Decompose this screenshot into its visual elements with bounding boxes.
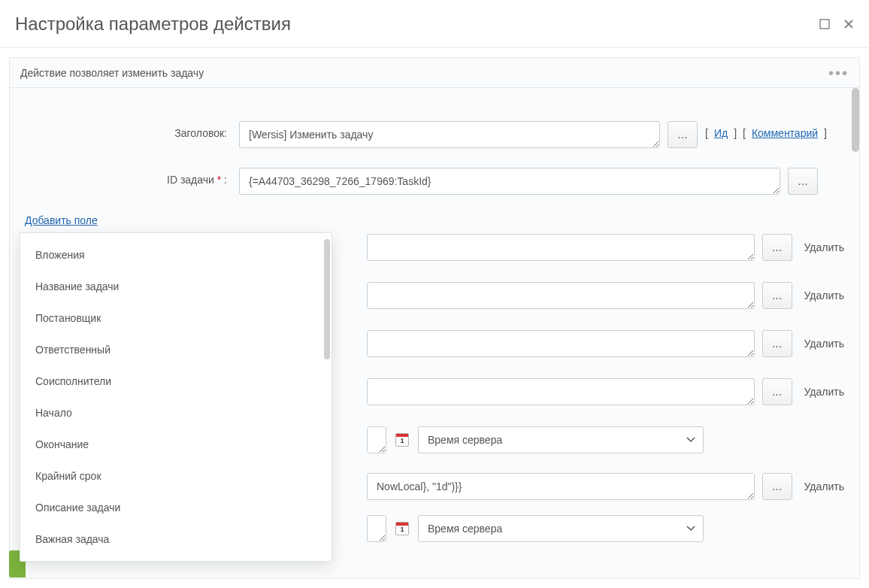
panel-header: Действие позволяет изменить задачу •••	[10, 58, 859, 88]
dropdown-scrollbar[interactable]	[324, 239, 330, 359]
title-picker-button[interactable]: ...	[668, 121, 698, 148]
panel-header-text: Действие позволяет изменить задачу	[20, 67, 828, 79]
delete-link[interactable]: Удалить	[804, 241, 844, 253]
date-small-input[interactable]	[367, 515, 386, 542]
panel-menu-icon[interactable]: •••	[828, 65, 849, 80]
id-link[interactable]: Ид	[714, 127, 728, 139]
timezone-select[interactable]: Время сервера	[418, 515, 704, 542]
calendar-icon[interactable]	[395, 522, 409, 535]
delete-link[interactable]: Удалить	[804, 338, 844, 350]
field-picker-button[interactable]: ...	[762, 330, 792, 357]
dropdown-item[interactable]: Важная задача	[20, 523, 332, 555]
field-input[interactable]: NowLocal}, "1d")}}	[367, 473, 755, 500]
calendar-icon[interactable]	[395, 433, 409, 447]
field-picker-button[interactable]: ...	[762, 378, 792, 405]
timezone-select[interactable]: Время сервера	[418, 426, 704, 453]
field-picker-button[interactable]: ...	[762, 473, 792, 500]
dropdown-item[interactable]: Ответственный	[20, 334, 332, 365]
dropdown-item[interactable]: Крайний срок	[20, 460, 332, 492]
dropdown-item[interactable]: Начало	[20, 397, 332, 429]
dropdown-item[interactable]: Постановщик	[20, 302, 332, 334]
delete-link[interactable]: Удалить	[804, 386, 844, 398]
dropdown-item[interactable]: Соисполнители	[20, 365, 332, 397]
dropdown-item[interactable]: Вложения	[20, 239, 332, 271]
field-input[interactable]	[367, 234, 755, 261]
svg-rect-0	[820, 20, 829, 29]
field-input[interactable]	[367, 378, 755, 405]
field-picker-button[interactable]: ...	[762, 234, 792, 261]
dropdown-item[interactable]: Окончание	[20, 429, 332, 460]
titlebar: Настройка параметров действия	[0, 0, 869, 48]
field-picker-button[interactable]: ...	[762, 282, 792, 309]
field-input[interactable]	[367, 282, 755, 309]
row-title: Заголовок: [Wersis] Изменить задачу ... …	[25, 121, 844, 148]
maximize-icon[interactable]	[819, 19, 830, 29]
row-task-id: ID задачи * : {=A44703_36298_7266_17969:…	[25, 168, 844, 195]
window-controls	[819, 19, 854, 29]
close-icon[interactable]	[843, 19, 854, 29]
title-links: [Ид] [Комментарий]	[705, 121, 827, 139]
delete-link[interactable]: Удалить	[804, 289, 844, 302]
delete-link[interactable]: Удалить	[804, 480, 844, 493]
task-id-input[interactable]: {=A44703_36298_7266_17969:TaskId}	[239, 168, 780, 195]
add-field-dropdown: Вложения Название задачи Постановщик Отв…	[20, 232, 332, 562]
title-label: Заголовок:	[25, 121, 239, 139]
dialog-title: Настройка параметров действия	[15, 14, 819, 35]
date-small-input[interactable]	[367, 426, 386, 453]
title-input[interactable]: [Wersis] Изменить задачу	[239, 121, 660, 148]
dialog-window: Настройка параметров действия Действие п…	[0, 0, 869, 588]
task-id-picker-button[interactable]: ...	[788, 168, 818, 195]
dropdown-item[interactable]: Название задачи	[20, 271, 332, 302]
comment-link[interactable]: Комментарий	[752, 127, 818, 139]
add-field-row: Добавить поле	[25, 214, 844, 226]
dropdown-item[interactable]: Описание задачи	[20, 492, 332, 523]
task-id-label: ID задачи * :	[25, 168, 239, 186]
add-field-link[interactable]: Добавить поле	[25, 214, 98, 226]
content-area: Действие позволяет изменить задачу ••• З…	[0, 48, 869, 588]
field-input[interactable]	[367, 330, 755, 357]
